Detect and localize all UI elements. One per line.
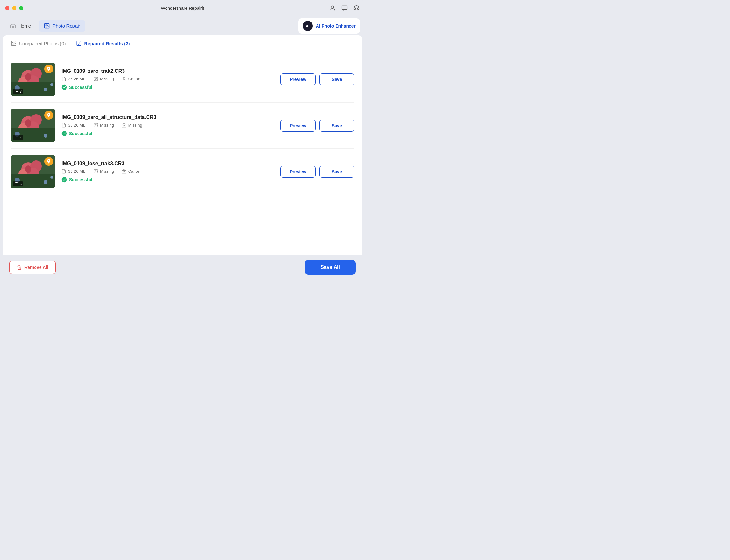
status-3: Successful	[61, 177, 266, 183]
unrepaired-icon	[11, 40, 16, 46]
photo-actions-1: Preview Save	[280, 73, 354, 85]
remove-all-button[interactable]: Remove All	[9, 261, 56, 274]
photo-repair-nav-button[interactable]: Photo Repair	[39, 20, 85, 32]
svg-point-38	[123, 125, 124, 126]
photo-meta-2: 36.26 MB Missing	[61, 123, 266, 128]
minimize-button[interactable]	[12, 6, 16, 10]
save-all-button[interactable]: Save All	[305, 260, 355, 275]
svg-point-12	[25, 73, 31, 81]
svg-point-39	[62, 131, 67, 136]
headset-icon[interactable]	[353, 5, 360, 12]
file-icon-2	[61, 123, 66, 128]
thumb-count-2: 4	[13, 135, 23, 140]
preview-button-1[interactable]: Preview	[280, 73, 315, 85]
svg-point-55	[123, 171, 124, 172]
home-icon	[10, 23, 16, 29]
svg-point-53	[95, 170, 95, 171]
image-icon-2	[93, 123, 98, 128]
navbar: Home Photo Repair AI AI Photo Enhancer	[0, 16, 365, 35]
svg-point-36	[95, 124, 95, 125]
svg-point-15	[44, 88, 47, 91]
save-button-3[interactable]: Save	[319, 166, 354, 178]
thumb-count-label-2: 4	[20, 136, 22, 140]
window-title: Wondershare Repairit	[161, 6, 204, 11]
photo-name-1: IMG_0109_zero_trak2.CR3	[61, 68, 266, 74]
issue1-label-3: Missing	[100, 169, 114, 174]
svg-point-18	[16, 91, 16, 91]
svg-point-32	[44, 134, 47, 138]
size-label-3: 36.26 MB	[68, 169, 86, 174]
svg-point-3	[46, 24, 47, 25]
bottom-bar: Remove All Save All	[0, 255, 365, 280]
meta-issue1-3: Missing	[93, 169, 114, 174]
status-1: Successful	[61, 84, 266, 90]
svg-point-56	[62, 177, 67, 183]
svg-rect-6	[77, 41, 81, 46]
issue1-label-2: Missing	[100, 123, 114, 128]
thumb-count-1: 7	[13, 89, 23, 94]
titlebar: Wondershare Repairit	[0, 0, 365, 16]
photo-item-3: 6 IMG_0109_lose_trak3.CR3 36.26 MB	[11, 149, 354, 195]
tabs: Unrepaired Photos (0) Repaired Results (…	[3, 35, 362, 51]
thumb-count-label-3: 6	[20, 182, 22, 186]
svg-rect-54	[122, 170, 126, 173]
nav-left: Home Photo Repair	[5, 20, 85, 32]
photo-actions-2: Preview Save	[280, 120, 354, 132]
repair-badge-3	[44, 157, 53, 166]
camera-icon-3	[122, 169, 126, 174]
remove-all-label: Remove All	[24, 265, 48, 270]
size-label-2: 36.26 MB	[68, 123, 86, 128]
meta-issue1-2: Missing	[93, 123, 114, 128]
preview-button-3[interactable]: Preview	[280, 166, 315, 178]
repaired-icon	[76, 40, 82, 46]
status-2: Successful	[61, 131, 266, 136]
close-button[interactable]	[5, 6, 9, 10]
meta-issue2-2: Missing	[122, 123, 142, 128]
photo-list: 7 IMG_0109_zero_trak2.CR3 36.26 MB	[3, 51, 362, 255]
tab-unrepaired-label: Unrepaired Photos (0)	[19, 41, 66, 46]
issue1-label-1: Missing	[100, 77, 114, 81]
chat-icon[interactable]	[341, 5, 348, 12]
svg-point-34	[16, 137, 16, 138]
main-panel: Unrepaired Photos (0) Repaired Results (…	[3, 35, 362, 255]
photo-item: 7 IMG_0109_zero_trak2.CR3 36.26 MB	[11, 56, 354, 103]
tab-repaired-label: Repaired Results (3)	[84, 41, 130, 46]
ai-icon: AI	[302, 21, 313, 31]
photo-actions-3: Preview Save	[280, 166, 354, 178]
thumb-count-label-1: 7	[20, 90, 22, 93]
save-button-2[interactable]: Save	[319, 120, 354, 132]
preview-button-2[interactable]: Preview	[280, 120, 315, 132]
thumbnail-2: 4	[11, 109, 55, 142]
status-label-1: Successful	[69, 85, 92, 90]
issue2-label-2: Missing	[128, 123, 142, 128]
issue2-label-1: Canon	[128, 77, 140, 81]
thumbnail-3: 6	[11, 155, 55, 188]
save-button-1[interactable]: Save	[319, 73, 354, 85]
tab-unrepaired[interactable]: Unrepaired Photos (0)	[11, 40, 66, 51]
success-icon-3	[61, 177, 67, 183]
photo-info-3: IMG_0109_lose_trak3.CR3 36.26 MB	[61, 161, 266, 183]
svg-rect-21	[122, 78, 126, 81]
meta-size-3: 36.26 MB	[61, 169, 86, 174]
tab-repaired[interactable]: Repaired Results (3)	[76, 40, 130, 51]
meta-size-1: 36.26 MB	[61, 77, 86, 81]
photo-name-3: IMG_0109_lose_trak3.CR3	[61, 161, 266, 166]
photo-meta-3: 36.26 MB Missing	[61, 169, 266, 174]
meta-size-2: 36.26 MB	[61, 123, 86, 128]
repair-badge-1	[44, 65, 53, 73]
ai-enhancer-button[interactable]: AI AI Photo Enhancer	[298, 18, 360, 34]
svg-point-5	[12, 42, 13, 43]
photo-info-2: IMG_0109_zero_all_structure_data.CR3 36.…	[61, 115, 266, 136]
home-nav-button[interactable]: Home	[5, 21, 36, 31]
ai-enhancer-label: AI Photo Enhancer	[316, 23, 355, 28]
image-icon-3	[93, 169, 98, 174]
success-icon-2	[61, 131, 67, 136]
maximize-button[interactable]	[19, 6, 23, 10]
svg-point-16	[50, 83, 53, 86]
svg-point-29	[25, 119, 31, 127]
traffic-lights	[5, 6, 23, 10]
user-icon[interactable]	[329, 5, 336, 12]
meta-issue2-3: Canon	[122, 169, 140, 174]
svg-point-0	[331, 6, 333, 8]
photo-repair-label: Photo Repair	[53, 23, 80, 28]
